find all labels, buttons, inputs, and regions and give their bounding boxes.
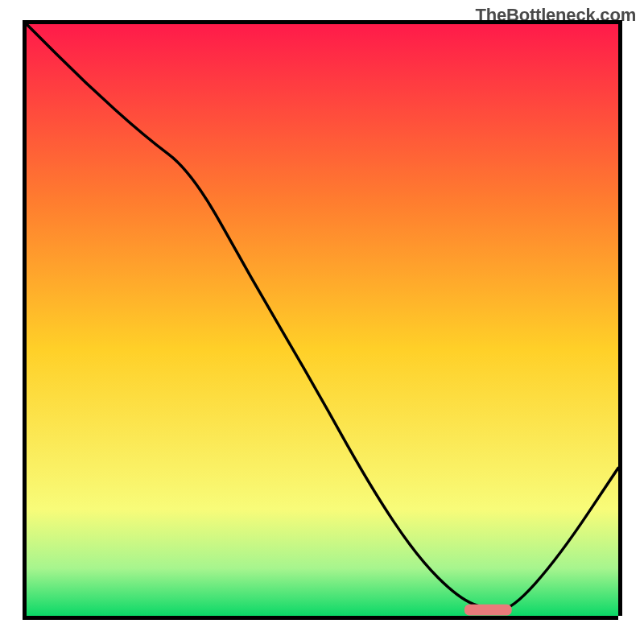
optimal-segment-marker	[464, 605, 512, 616]
chart-background-gradient	[27, 24, 618, 616]
chart-svg	[27, 24, 618, 616]
chart-plot-area	[23, 24, 618, 620]
